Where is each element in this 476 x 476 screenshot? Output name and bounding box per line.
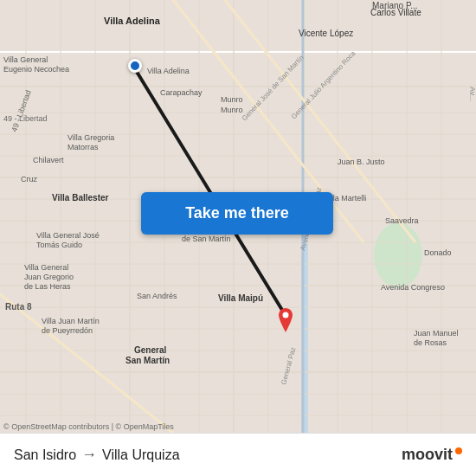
svg-text:San Andrés: San Andrés [137,292,177,300]
svg-text:San Martín: San Martín [125,356,170,365]
svg-text:Av...: Av... [468,87,476,101]
svg-text:de Las Heras: de Las Heras [24,282,71,291]
svg-text:Carapachay: Carapachay [160,88,203,97]
svg-text:de San Martín: de San Martín [182,235,231,243]
svg-text:Tomás Guido: Tomás Guido [36,241,82,249]
svg-text:Vicente López: Vicente López [299,29,353,38]
svg-text:Juan B. Justo: Juan B. Justo [338,158,385,166]
svg-text:Juan Manuel: Juan Manuel [414,329,459,338]
moovit-brand-text: moovit [402,446,453,464]
svg-text:Avenida Congreso: Avenida Congreso [381,283,445,292]
svg-point-1 [374,222,422,288]
svg-text:© OpenStreetMap contributors |: © OpenStreetMap contributors | © OpenMap… [3,422,174,431]
destination-marker [275,308,296,339]
svg-text:de Pueyrredón: de Pueyrredón [42,326,93,335]
svg-text:General: General [134,345,166,355]
svg-text:Villa Juan Martín: Villa Juan Martín [42,317,100,325]
svg-text:Munro: Munro [221,95,243,104]
svg-text:Villa Maipú: Villa Maipú [218,293,263,303]
svg-text:Villa Adelina: Villa Adelina [104,16,161,26]
svg-text:Donado: Donado [424,248,452,257]
svg-text:Villa Ballester: Villa Ballester [52,193,109,203]
route-info: San Isidro → Villa Urquiza [14,446,180,464]
moovit-logo: moovit [402,446,462,464]
svg-text:Villa General: Villa General [3,55,48,64]
route-arrow-icon: → [81,446,97,464]
svg-text:Mariano P...: Mariano P... [372,1,418,10]
svg-text:Villa General: Villa General [24,263,68,272]
svg-text:Eugenio Necochea: Eugenio Necochea [3,65,69,74]
svg-text:Chilavert: Chilavert [33,156,64,164]
svg-text:Ruta 8: Ruta 8 [5,302,32,312]
svg-text:49 - Libertad: 49 - Libertad [3,114,48,123]
origin-label: San Isidro [14,447,76,463]
svg-text:Munro: Munro [221,106,243,114]
svg-text:Saavedra: Saavedra [385,216,419,225]
moovit-dot-icon [455,447,462,454]
svg-text:Villa Gregoria: Villa Gregoria [68,133,114,142]
destination-label: Villa Urquiza [102,447,180,463]
svg-point-81 [283,312,289,318]
svg-text:Villa General José: Villa General José [36,231,100,240]
svg-text:Cruz: Cruz [21,175,38,183]
bottom-bar: San Isidro → Villa Urquiza moovit [0,433,476,476]
map-container: Villa Adelina Carlos Villate Vicente Lóp… [0,0,476,433]
svg-text:Villa Adelina: Villa Adelina [147,67,190,75]
svg-text:Matorras: Matorras [68,143,99,151]
origin-marker [128,59,142,73]
svg-text:de Rosas: de Rosas [414,338,447,347]
take-me-there-button[interactable]: Take me there [141,192,333,235]
svg-text:Juan Gregorio: Juan Gregorio [24,273,74,281]
